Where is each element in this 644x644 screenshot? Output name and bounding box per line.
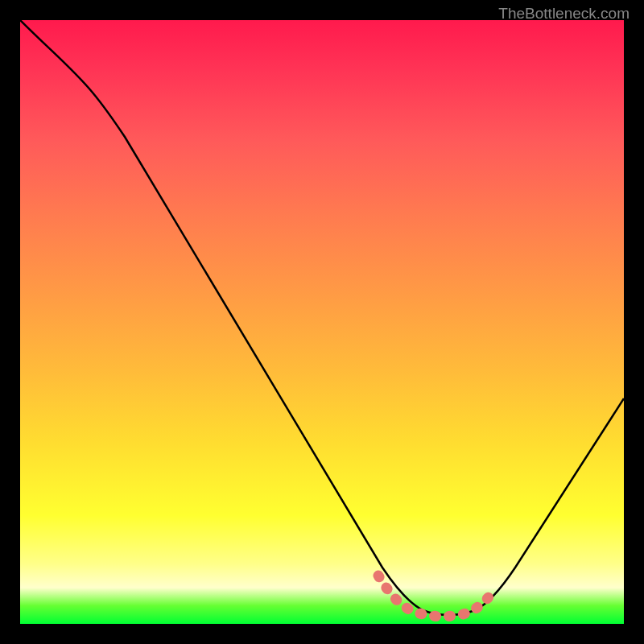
chart-container bbox=[20, 20, 624, 624]
bottleneck-curve-path bbox=[20, 20, 624, 615]
watermark-text: TheBottleneck.com bbox=[498, 5, 630, 23]
chart-svg bbox=[20, 20, 624, 624]
optimal-zone-marker-path bbox=[378, 576, 495, 617]
